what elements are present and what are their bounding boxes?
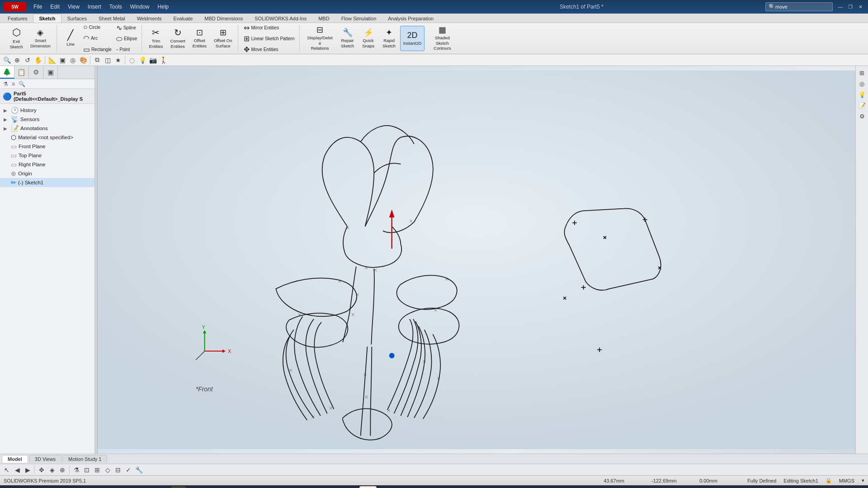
quick-snaps-button[interactable]: ⚡ QuickSnaps [359,26,378,51]
tb2-zoom-fit[interactable]: 🔍 [2,55,12,65]
rp-view-manager[interactable]: ⊞ [857,68,867,78]
rapid-sketch-button[interactable]: ✦ RapidSketch [379,26,399,51]
circle-button[interactable]: ○ Circle [81,22,113,32]
move-entities-button[interactable]: ✥ Move Entities [242,44,296,55]
repair-sketch-button[interactable]: 🔧 RepairSketch [338,26,358,51]
bt-select2[interactable]: ✥ [37,465,47,475]
tree-item-material[interactable]: ⬡ Material <not specified> [0,133,94,142]
panel-tab-config[interactable]: ⚙ [29,66,43,79]
tb2-zoom-area[interactable]: ⊕ [12,55,22,65]
bt-zoom-prev[interactable]: ◀ [12,465,22,475]
tree-item-origin[interactable]: ⊕ Origin [0,169,94,178]
tb2-section-view[interactable]: ⧉ [92,55,102,65]
menu-insert[interactable]: Insert [84,3,105,11]
tab-features[interactable]: Features [2,14,33,23]
tb2-hide-show[interactable]: ◎ [68,55,78,65]
panel-tab-display[interactable]: ▣ [43,66,58,79]
rectangle-button[interactable]: ▭ Rectangle [81,44,113,55]
rp-notes[interactable]: 📝 [857,100,867,110]
tb2-view-orient[interactable]: 📐 [47,55,57,65]
tree-item-right-plane[interactable]: ▭ Right Plane [0,160,94,169]
tab-motion-study[interactable]: Motion Study 1 [62,455,107,463]
linear-pattern-button[interactable]: ⊞ Linear Sketch Pattern [242,33,296,44]
tab-evaluate[interactable]: Evaluate [167,14,198,23]
taskbar-chrome[interactable]: 🌐 [283,486,301,488]
taskbar-discord[interactable]: 💬 [302,486,320,488]
tree-item-front-plane[interactable]: ▭ Front Plane [0,142,94,151]
taskbar-app4[interactable]: ◉ [340,486,358,488]
shaded-contours-button[interactable]: ▦ Shaded SketchContours [425,26,459,51]
tab-sketch[interactable]: Sketch [33,14,61,23]
bt-filter[interactable]: ⚗ [71,465,81,475]
bt-2d-sketch[interactable]: ◈ [47,465,57,475]
mirror-entities-button[interactable]: ⇔ Mirror Entities [242,23,296,33]
taskbar-app5[interactable]: WB [378,486,396,488]
viewport[interactable]: X Y * [98,66,855,454]
menu-view[interactable]: View [64,3,83,11]
panel-tab-properties[interactable]: 📋 [14,66,29,79]
arc-button[interactable]: ◠ Arc [81,33,113,43]
menu-edit[interactable]: Edit [47,3,63,11]
tb2-render[interactable]: ★ [113,55,123,65]
menu-window[interactable]: Window [127,3,153,11]
trim-entities-button[interactable]: ✂ TrimEntities [146,26,166,51]
tab-mbd[interactable]: MBD [312,14,335,23]
rp-scene[interactable]: ◎ [857,79,867,89]
tb2-pan[interactable]: ✋ [33,55,43,65]
bt-select[interactable]: ↖ [2,465,12,475]
bt-smart-select[interactable]: ⊕ [57,465,67,475]
instant2d-button[interactable]: 2D Instant2D [400,26,425,51]
tab-weldments[interactable]: Weldments [131,14,168,23]
tab-sheet-metal[interactable]: Sheet Metal [93,14,131,23]
bt-mate[interactable]: ⊞ [92,465,102,475]
bt-dims[interactable]: ⊟ [113,465,123,475]
exit-sketch-button[interactable]: ⬡ ExitSketch [6,26,26,51]
tb2-display-style[interactable]: ▣ [57,55,67,65]
line-button[interactable]: ╱ Line [61,26,80,51]
show-flat-list[interactable]: ≡ [10,80,16,88]
bt-zoom-next[interactable]: ▶ [23,465,33,475]
tb2-view-temp[interactable]: ◫ [103,55,113,65]
tab-flow-simulation[interactable]: Flow Simulation [335,14,382,23]
units-dropdown[interactable]: ▾ [862,478,864,483]
convert-entities-button[interactable]: ↻ ConvertEntities [167,26,189,51]
taskbar-edge[interactable]: e [321,486,339,488]
tree-item-history[interactable]: ▶ 🕐 History [0,106,94,115]
maximize-button[interactable]: ❐ [846,3,854,11]
display-delete-button[interactable]: ⊟ Display/DeleteRelations [303,26,337,51]
rp-settings[interactable]: ⚙ [857,111,867,121]
taskbar-app1[interactable]: 🏔 [170,486,187,488]
taskbar-app3[interactable]: ◆ [245,486,263,488]
start-button[interactable]: ⊞ [4,486,18,488]
tab-solidworks-addins[interactable]: SOLIDWORKS Add-Ins [249,14,312,23]
tb2-rotate[interactable]: ↺ [23,55,33,65]
tree-item-sensors[interactable]: ▶ 📡 Sensors [0,115,94,124]
title-search[interactable]: 🔍 [765,2,833,11]
tb2-apply-scene[interactable]: ◌ [127,55,137,65]
taskbar-app6[interactable]: M [397,486,415,488]
offset-entities-button[interactable]: ⊡ OffsetEntities [189,26,210,51]
tab-analysis-preparation[interactable]: Analysis Preparation [382,14,439,23]
tree-item-sketch1[interactable]: ✏ (-) Sketch1 [0,178,94,187]
tab-mbd-dimensions[interactable]: MBD Dimensions [198,14,249,23]
taskbar-solidworks[interactable]: SW [359,486,377,488]
taskbar-app2[interactable]: 💬 [189,486,206,488]
tb2-lights[interactable]: 💡 [137,55,147,65]
rp-lighting[interactable]: 💡 [857,89,867,99]
ellipse-button[interactable]: ⬭ Ellipse [114,34,139,44]
tab-surfaces[interactable]: Surfaces [61,14,93,23]
tree-item-annotations[interactable]: ▶ 📝 Annotations [0,124,94,133]
close-button[interactable]: ✕ [856,3,864,11]
filter-icon[interactable]: ⚗ [2,80,9,88]
taskbar-zalo[interactable]: Z [264,486,282,488]
tb2-cameras[interactable]: 📷 [148,55,158,65]
panel-tab-feature-tree[interactable]: 🌲 [0,66,14,79]
bt-reference[interactable]: ◇ [103,465,113,475]
tb2-walk[interactable]: 🚶 [158,55,168,65]
taskbar-file-explorer[interactable]: 📂 [208,486,225,488]
tb2-edit-appear[interactable]: 🎨 [78,55,88,65]
taskbar-word[interactable]: W [416,486,434,488]
bt-check[interactable]: ✓ [123,465,133,475]
minimize-button[interactable]: — [836,3,844,11]
tab-3d-views[interactable]: 3D Views [29,455,61,463]
